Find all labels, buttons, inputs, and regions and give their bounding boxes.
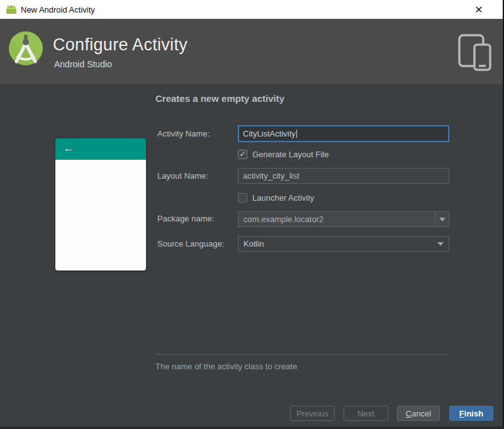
preview-body xyxy=(55,160,146,270)
cancel-mnemonic: C xyxy=(406,409,412,418)
hint-separator xyxy=(155,354,449,355)
package-name-dropdown-button[interactable] xyxy=(435,212,449,226)
package-name-value: com.example.locator2 xyxy=(244,214,323,224)
finish-label-rest: inish xyxy=(464,409,483,418)
window-bottom-border xyxy=(0,426,504,429)
launcher-activity-label: Launcher Activity xyxy=(252,193,314,203)
preview-toolbar: ← xyxy=(55,138,146,160)
window-title: New Android Activity xyxy=(21,5,95,14)
source-language-dropdown[interactable]: Kotlin xyxy=(238,236,449,252)
wizard-subtitle: Android Studio xyxy=(54,59,112,69)
title-bar: New Android Activity ✕ xyxy=(0,0,504,19)
layout-name-value: activity_city_list xyxy=(243,171,300,181)
layout-name-input[interactable]: activity_city_list xyxy=(238,168,449,184)
source-language-label: Source Language: xyxy=(157,239,224,248)
android-studio-logo xyxy=(8,30,44,67)
chevron-down-icon xyxy=(437,242,444,246)
activity-name-input[interactable]: CityListActivity xyxy=(238,125,449,142)
package-name-label: Package name: xyxy=(157,214,214,223)
activity-name-label: Activity Name: xyxy=(157,129,210,138)
generate-layout-file-row[interactable]: ✓ Generate Layout File xyxy=(238,150,328,159)
close-icon[interactable]: ✕ xyxy=(471,3,486,16)
previous-button[interactable]: Previous xyxy=(290,406,335,421)
launcher-activity-row[interactable]: Launcher Activity xyxy=(238,193,314,203)
phone-tablet-icon xyxy=(457,33,494,72)
wizard-step-title: Configure Activity xyxy=(53,35,188,55)
next-button[interactable]: Next xyxy=(344,406,388,421)
new-android-activity-dialog: New Android Activity ✕ Configure Activit… xyxy=(0,0,504,429)
activity-name-value: CityListActivity xyxy=(243,129,296,138)
finish-button[interactable]: Finish xyxy=(449,406,493,421)
cancel-button[interactable]: Cancel xyxy=(397,406,440,421)
back-arrow-icon: ← xyxy=(64,143,74,154)
package-name-combobox[interactable]: com.example.locator2 xyxy=(238,211,449,227)
activity-preview: ← xyxy=(55,138,146,270)
page-title: Creates a new empty activity xyxy=(155,93,284,104)
hint-text: The name of the activity class to create xyxy=(155,362,297,371)
text-caret xyxy=(296,130,297,138)
source-language-value: Kotlin xyxy=(244,239,264,248)
generate-layout-checkbox[interactable]: ✓ xyxy=(238,150,247,159)
layout-name-label: Layout Name: xyxy=(157,171,208,181)
cancel-label-rest: ancel xyxy=(412,409,431,418)
launcher-activity-checkbox[interactable] xyxy=(238,193,247,203)
chevron-down-icon xyxy=(439,218,445,221)
finish-mnemonic: F xyxy=(459,409,464,418)
android-robot-icon xyxy=(6,5,17,14)
generate-layout-label: Generate Layout File xyxy=(252,150,328,159)
